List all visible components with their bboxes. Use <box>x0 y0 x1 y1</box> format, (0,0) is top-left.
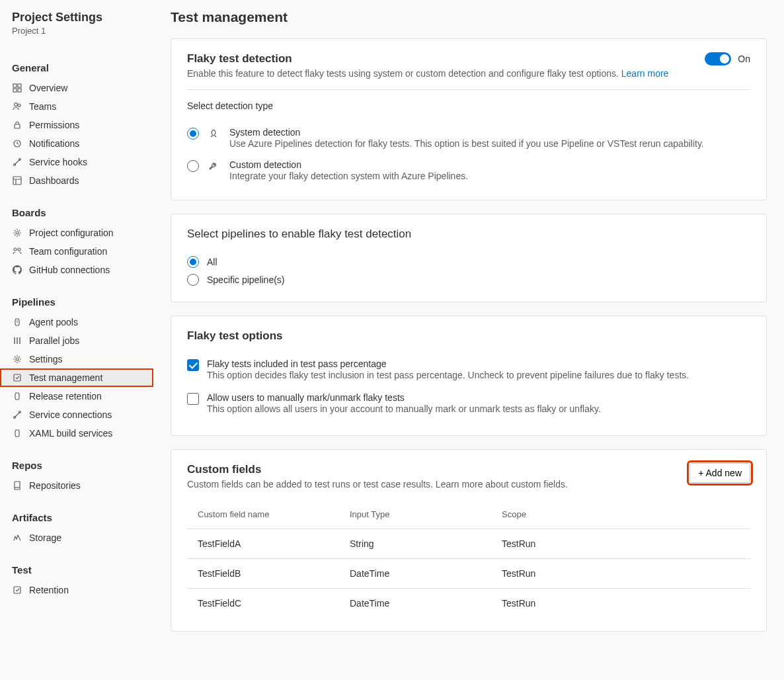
radio-custom-detection[interactable] <box>187 160 199 172</box>
bell-icon <box>12 138 22 149</box>
sidebar-item-github[interactable]: GitHub connections <box>0 261 153 279</box>
radio-all-pipelines[interactable] <box>187 256 199 268</box>
section-test: Test <box>0 560 153 581</box>
sidebar-item-service-hooks[interactable]: Service hooks <box>0 153 153 171</box>
sidebar-item-label: Parallel jobs <box>29 335 79 346</box>
lock-icon <box>12 120 22 130</box>
custom-fields-card: Custom fields Custom fields can be added… <box>171 449 767 632</box>
test-retention-icon <box>12 585 22 595</box>
sidebar-item-teams[interactable]: Teams <box>0 97 153 116</box>
section-pipelines: Pipelines <box>0 292 153 313</box>
sidebar-item-label: GitHub connections <box>29 265 110 275</box>
agent-icon <box>12 317 22 327</box>
options-title: Flaky test options <box>187 329 750 343</box>
sidebar-item-repositories[interactable]: Repositories <box>0 476 153 495</box>
custom-detection-desc: Integrate your flaky detection system wi… <box>229 171 750 181</box>
sidebar-item-team-config[interactable]: Team configuration <box>0 242 153 261</box>
radio-specific-pipelines[interactable] <box>187 274 199 286</box>
section-boards: Boards <box>0 203 153 224</box>
sidebar-item-parallel-jobs[interactable]: Parallel jobs <box>0 331 153 350</box>
teams-icon <box>12 101 22 112</box>
sidebar-item-label: Test management <box>29 372 102 383</box>
sidebar-item-notifications[interactable]: Notifications <box>0 134 153 153</box>
connection-icon <box>12 409 22 420</box>
sidebar-item-label: Repositories <box>29 480 81 491</box>
radio-system-detection[interactable] <box>187 128 199 140</box>
sidebar-item-label: Permissions <box>29 120 79 130</box>
section-repos: Repos <box>0 456 153 476</box>
custom-fields-desc: Custom fields can be added to test runs … <box>187 479 568 489</box>
svg-rect-15 <box>14 374 20 381</box>
sidebar-item-storage[interactable]: Storage <box>0 529 153 547</box>
sidebar-item-label: Agent pools <box>29 317 78 327</box>
svg-rect-18 <box>14 587 20 593</box>
xaml-icon <box>12 428 22 439</box>
sidebar: Project Settings Project 1 General Overv… <box>0 0 153 680</box>
all-label: All <box>207 257 217 267</box>
svg-rect-10 <box>13 177 21 185</box>
sidebar-item-dashboards[interactable]: Dashboards <box>0 171 153 190</box>
sidebar-item-label: Storage <box>29 532 61 543</box>
svg-point-4 <box>15 103 18 106</box>
github-icon <box>12 265 22 275</box>
sidebar-item-retention[interactable]: Retention <box>0 581 153 599</box>
sidebar-item-release-retention[interactable]: Release retention <box>0 387 153 405</box>
sidebar-item-settings[interactable]: Settings <box>0 350 153 368</box>
test-icon <box>12 372 22 383</box>
sidebar-item-overview[interactable]: Overview <box>0 79 153 97</box>
gear-icon <box>12 354 22 364</box>
checkbox-manual-mark[interactable] <box>187 393 199 405</box>
opt1-title: Flaky tests included in test pass percen… <box>207 359 689 369</box>
sidebar-item-label: Notifications <box>29 138 79 149</box>
sidebar-item-agent-pools[interactable]: Agent pools <box>0 313 153 331</box>
pipelines-title: Select pipelines to enable flaky test de… <box>187 228 750 241</box>
svg-rect-6 <box>15 124 20 128</box>
svg-point-13 <box>18 248 20 251</box>
svg-point-11 <box>16 232 19 234</box>
sidebar-item-label: Team configuration <box>29 246 107 257</box>
flaky-title: Flaky test detection <box>187 52 668 65</box>
learn-more-link[interactable]: Learn more <box>621 68 669 79</box>
sidebar-item-service-connections[interactable]: Service connections <box>0 405 153 424</box>
flaky-toggle[interactable] <box>705 52 731 65</box>
sidebar-item-xaml[interactable]: XAML build services <box>0 424 153 443</box>
sidebar-title: Project Settings <box>12 11 141 24</box>
sidebar-item-label: Release retention <box>29 391 102 402</box>
opt2-title: Allow users to manually mark/unmark flak… <box>207 392 601 403</box>
svg-point-5 <box>18 104 20 106</box>
sidebar-header: Project Settings Project 1 <box>0 11 153 45</box>
col-name: Custom field name <box>198 509 350 519</box>
sidebar-item-project-config[interactable]: Project configuration <box>0 224 153 242</box>
svg-rect-0 <box>13 84 17 87</box>
checkbox-include-pass-pct[interactable] <box>187 359 199 371</box>
svg-rect-1 <box>18 84 21 87</box>
sidebar-item-label: Teams <box>29 101 56 112</box>
custom-fields-title: Custom fields <box>187 463 568 476</box>
rocket-icon <box>208 128 220 141</box>
add-new-button[interactable]: + Add new <box>689 463 750 483</box>
col-type: Input Type <box>350 509 502 519</box>
table-row[interactable]: TestFieldA String TestRun <box>187 529 750 559</box>
hook-icon <box>12 157 22 167</box>
svg-point-12 <box>14 248 17 251</box>
sidebar-item-label: Project configuration <box>29 228 114 238</box>
sidebar-item-test-management[interactable]: Test management <box>0 368 153 387</box>
sidebar-item-permissions[interactable]: Permissions <box>0 116 153 134</box>
main-content: Test management Flaky test detection Ena… <box>153 0 784 680</box>
sidebar-subtitle: Project 1 <box>12 26 141 36</box>
specific-label: Specific pipeline(s) <box>207 275 285 285</box>
config-icon <box>12 228 22 238</box>
table-row[interactable]: TestFieldB DateTime TestRun <box>187 559 750 589</box>
sidebar-item-label: Retention <box>29 585 69 595</box>
svg-rect-2 <box>13 89 17 92</box>
opt2-desc: This option allows all users in your acc… <box>207 404 601 414</box>
opt1-desc: This option decides flaky test inclusion… <box>207 370 689 380</box>
team-config-icon <box>12 246 22 257</box>
table-row[interactable]: TestFieldC DateTime TestRun <box>187 589 750 618</box>
sidebar-item-label: XAML build services <box>29 428 112 439</box>
sidebar-item-label: Service hooks <box>29 157 87 167</box>
section-artifacts: Artifacts <box>0 508 153 529</box>
system-detection-desc: Use Azure Pipelines detection for flaky … <box>229 138 750 149</box>
sidebar-item-label: Overview <box>29 83 67 93</box>
page-title: Test management <box>171 9 767 25</box>
